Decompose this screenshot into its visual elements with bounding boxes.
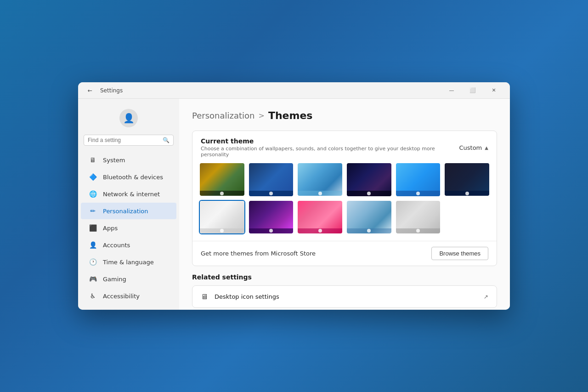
taskbar-dot <box>269 192 273 195</box>
desktop-icon-settings-icon: 🖥 <box>201 292 208 301</box>
browse-themes-button[interactable]: Browse themes <box>431 247 488 260</box>
theme-taskbar-galaxy <box>347 191 391 196</box>
theme-thumbnail-win11-dark[interactable] <box>444 162 490 197</box>
breadcrumb-parent[interactable]: Personalization <box>192 111 254 120</box>
theme-thumbnail-beach[interactable] <box>297 162 343 197</box>
setting-row-desktop-icon-settings[interactable]: 🖥 Desktop icon settings ↗ <box>192 285 497 308</box>
sidebar-label-gaming: Gaming <box>103 276 169 283</box>
current-theme-value[interactable]: Custom ▲ <box>459 144 488 151</box>
sidebar-label-personalization: Personalization <box>103 208 169 215</box>
sidebar-label-privacy-security: Privacy & security <box>103 310 169 310</box>
theme-taskbar-beach <box>298 191 342 196</box>
theme-taskbar-win11-blue <box>396 191 441 196</box>
bluetooth-icon: 🔷 <box>88 172 97 182</box>
taskbar-dot <box>367 229 371 233</box>
sidebar-label-network: Network & internet <box>103 191 169 198</box>
sidebar-item-privacy-security[interactable]: 🛡Privacy & security <box>81 305 176 310</box>
back-button[interactable]: ← <box>84 84 96 97</box>
theme-thumbnail-win11-blue[interactable] <box>395 162 441 197</box>
sidebar-label-time-language: Time & language <box>103 259 169 266</box>
titlebar: ← Settings — ⬜ ✕ <box>78 82 510 99</box>
taskbar-dot <box>416 192 420 195</box>
taskbar-dot <box>416 229 420 233</box>
taskbar-dot <box>269 229 273 233</box>
sidebar-nav: 🖥System🔷Bluetooth & devices🌐Network & in… <box>78 151 179 310</box>
personalization-icon: ✏ <box>88 206 97 216</box>
desktop-icon-settings-text: Desktop icon settings <box>215 293 477 300</box>
network-icon: 🌐 <box>88 189 97 199</box>
taskbar-dot <box>220 192 224 195</box>
user-avatar-container: 👤 <box>78 104 179 135</box>
window-title: Settings <box>100 87 441 94</box>
theme-taskbar-forest <box>200 191 244 196</box>
theme-thumbnail-galaxy[interactable] <box>346 162 392 197</box>
sidebar-item-bluetooth[interactable]: 🔷Bluetooth & devices <box>81 169 176 185</box>
sidebar-label-apps: Apps <box>103 225 169 232</box>
chevron-up-icon: ▲ <box>485 145 488 150</box>
themes-grid <box>192 162 497 241</box>
sidebar: 👤 🔍 🖥System🔷Bluetooth & devices🌐Network … <box>78 99 179 310</box>
close-button[interactable]: ✕ <box>483 82 504 99</box>
settings-window: ← Settings — ⬜ ✕ 👤 🔍 🖥System🔷Bluetooth &… <box>78 82 510 310</box>
theme-thumbnail-blue[interactable] <box>248 162 294 197</box>
sidebar-item-accessibility[interactable]: ♿Accessibility <box>81 288 176 304</box>
theme-thumbnail-grey[interactable] <box>395 200 441 235</box>
theme-taskbar-win11-dark <box>445 191 489 196</box>
search-input[interactable] <box>88 137 163 143</box>
search-icon: 🔍 <box>163 137 170 143</box>
accessibility-icon: ♿ <box>88 291 97 301</box>
current-theme-title: Current theme <box>201 137 459 145</box>
page-title: Themes <box>268 110 313 121</box>
accounts-icon: 👤 <box>88 240 97 250</box>
sidebar-item-accounts[interactable]: 👤Accounts <box>81 237 176 253</box>
related-settings-list: 🖥 Desktop icon settings ↗ ◑ Contrast the… <box>192 285 497 310</box>
gaming-icon: 🎮 <box>88 274 97 284</box>
theme-taskbar-grey <box>396 228 441 233</box>
breadcrumb-separator: > <box>258 111 264 120</box>
sidebar-label-system: System <box>103 157 169 164</box>
taskbar-dot <box>367 192 371 195</box>
theme-thumbnail-purple[interactable] <box>248 200 294 235</box>
desktop-icon-settings-action-icon: ↗ <box>484 294 488 300</box>
store-text: Get more themes from Microsoft Store <box>201 250 316 257</box>
time-language-icon: 🕐 <box>88 257 97 267</box>
theme-thumbnail-teal[interactable] <box>346 200 392 235</box>
theme-thumbnail-origami[interactable] <box>297 200 343 234</box>
store-row: Get more themes from Microsoft Store Bro… <box>192 241 497 266</box>
maximize-button[interactable]: ⬜ <box>462 82 483 99</box>
sidebar-label-accounts: Accounts <box>103 242 169 249</box>
theme-taskbar-blue <box>249 191 294 196</box>
related-settings-header: Related settings <box>192 273 497 281</box>
taskbar-dot <box>465 192 469 195</box>
theme-taskbar-purple <box>249 228 294 233</box>
privacy-security-icon: 🛡 <box>88 308 97 310</box>
taskbar-dot <box>318 192 322 195</box>
sidebar-item-personalization[interactable]: ✏Personalization <box>81 203 176 219</box>
theme-taskbar-light <box>200 228 244 233</box>
avatar: 👤 <box>119 109 138 127</box>
sidebar-item-time-language[interactable]: 🕐Time & language <box>81 254 176 270</box>
sidebar-item-apps[interactable]: ⬛Apps <box>81 220 176 236</box>
system-icon: 🖥 <box>88 155 97 165</box>
theme-taskbar-teal <box>347 228 391 233</box>
apps-icon: ⬛ <box>88 223 97 233</box>
taskbar-dot <box>318 229 322 233</box>
window-content: 👤 🔍 🖥System🔷Bluetooth & devices🌐Network … <box>78 99 510 310</box>
current-theme-info: Current theme Choose a combination of wa… <box>201 137 459 158</box>
sidebar-label-accessibility: Accessibility <box>103 293 169 300</box>
search-box[interactable]: 🔍 <box>84 135 174 146</box>
sidebar-item-gaming[interactable]: 🎮Gaming <box>81 271 176 287</box>
current-theme-card: Current theme Choose a combination of wa… <box>192 131 497 266</box>
theme-taskbar-origami <box>298 228 342 233</box>
theme-thumbnail-light[interactable] <box>199 200 245 234</box>
desktop-icon-settings-title: Desktop icon settings <box>215 293 477 300</box>
main-content: Personalization > Themes Current theme C… <box>179 99 510 310</box>
sidebar-item-system[interactable]: 🖥System <box>81 152 176 168</box>
sidebar-item-network[interactable]: 🌐Network & internet <box>81 186 176 202</box>
window-controls: — ⬜ ✕ <box>441 82 504 99</box>
current-theme-desc: Choose a combination of wallpapers, soun… <box>201 146 459 158</box>
minimize-button[interactable]: — <box>441 82 462 99</box>
theme-thumbnail-forest[interactable] <box>199 162 245 197</box>
current-theme-header: Current theme Choose a combination of wa… <box>192 131 497 162</box>
taskbar-dot <box>220 229 224 233</box>
